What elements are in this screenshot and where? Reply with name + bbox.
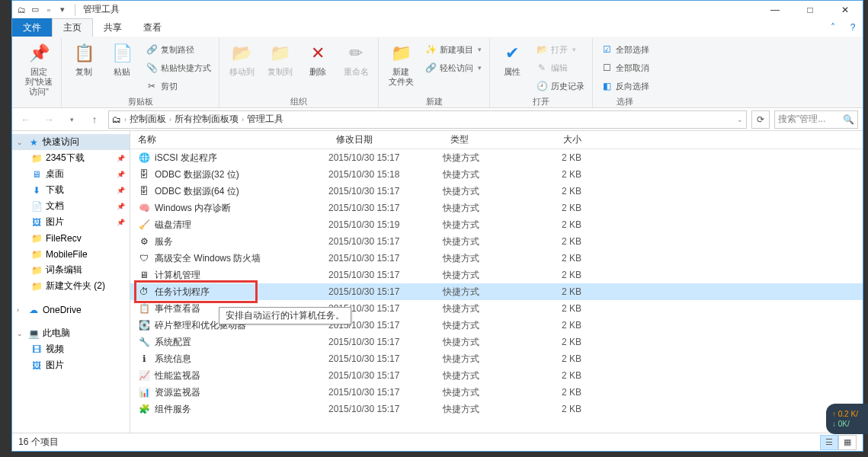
file-row[interactable]: 🗄ODBC 数据源(32 位)2015/10/30 15:18快捷方式2 KB bbox=[130, 166, 863, 183]
ribbon-collapse-icon[interactable]: ˄ bbox=[823, 18, 843, 37]
qat-properties-icon[interactable]: ▭ bbox=[29, 4, 41, 16]
copyto-button[interactable]: 📁复制到 bbox=[262, 38, 297, 77]
file-row[interactable]: 🖥计算机管理2015/10/30 15:17快捷方式2 KB bbox=[130, 267, 863, 283]
history-button[interactable]: 🕘历史记录 bbox=[533, 78, 588, 94]
file-row[interactable]: ⏱任务计划程序2015/10/30 15:17快捷方式2 KB bbox=[130, 283, 863, 300]
pasteshortcut-button[interactable]: 📎粘贴快捷方式 bbox=[143, 59, 214, 76]
nav-sidebar[interactable]: ⌄ ★ 快速访问 📁2345下载📌🖥桌面📌⬇下载📌📄文档📌🖼图片📌📁FileRe… bbox=[12, 131, 130, 433]
file-date: 2015/10/30 15:17 bbox=[328, 370, 443, 381]
invert-button[interactable]: ◧反向选择 bbox=[597, 78, 652, 94]
chevron-icon[interactable]: › bbox=[169, 116, 171, 123]
breadcrumb-box[interactable]: 🗂 › 控制面板 › 所有控制面板项 › 管理工具 ⌄ bbox=[108, 110, 747, 129]
sidebar-item[interactable]: 🎞视频 bbox=[12, 341, 130, 357]
expand-icon[interactable]: ⌄ bbox=[17, 139, 24, 146]
file-row[interactable]: ℹ系统信息2015/10/30 15:17快捷方式2 KB bbox=[130, 350, 863, 367]
chevron-icon[interactable]: › bbox=[124, 116, 127, 123]
view-details-button[interactable]: ☰ bbox=[820, 435, 838, 450]
expand-icon[interactable]: › bbox=[17, 306, 24, 314]
newitem-button[interactable]: ✨新建项目▾ bbox=[421, 41, 485, 58]
rename-button[interactable]: ✏重命名 bbox=[338, 38, 373, 77]
col-size[interactable]: 大小 bbox=[534, 133, 595, 146]
file-row[interactable]: 📈性能监视器2015/10/30 15:17快捷方式2 KB bbox=[130, 367, 863, 384]
up-button[interactable]: ↑ bbox=[85, 110, 104, 129]
minimize-button[interactable]: — bbox=[757, 1, 793, 18]
tab-home[interactable]: 主页 bbox=[52, 18, 93, 37]
file-name: Windows 内存诊断 bbox=[155, 202, 231, 215]
moveto-button[interactable]: 📂移动到 bbox=[224, 38, 259, 77]
file-row[interactable]: 🔧系统配置2015/10/30 15:17快捷方式2 KB bbox=[130, 334, 863, 350]
back-button[interactable]: ← bbox=[17, 110, 35, 129]
sidebar-item[interactable]: 📄文档📌 bbox=[12, 198, 130, 214]
maximize-button[interactable]: □ bbox=[793, 1, 828, 18]
copy-button[interactable]: 📋 复制 bbox=[66, 38, 101, 77]
sidebar-item[interactable]: 🖥桌面📌 bbox=[12, 166, 130, 182]
col-name[interactable]: 名称 bbox=[130, 133, 328, 146]
file-row[interactable]: 🧠Windows 内存诊断2015/10/30 15:17快捷方式2 KB bbox=[130, 200, 863, 216]
forward-button[interactable]: → bbox=[40, 110, 58, 129]
open-button[interactable]: 📂打开▾ bbox=[533, 41, 588, 58]
open-icon: 📂 bbox=[536, 43, 548, 56]
file-row[interactable]: 🧩组件服务2015/10/30 15:17快捷方式2 KB bbox=[130, 401, 863, 417]
file-date: 2015/10/30 15:17 bbox=[328, 203, 443, 213]
selectall-button[interactable]: ☑全部选择 bbox=[597, 41, 652, 58]
sidebar-thispc[interactable]: ⌄ 💻 此电脑 bbox=[12, 325, 130, 341]
sidebar-item[interactable]: 📁FileRecv bbox=[12, 230, 130, 246]
crumb-0[interactable]: 控制面板 bbox=[130, 113, 166, 126]
easyaccess-button[interactable]: 🔗轻松访问▾ bbox=[421, 59, 485, 76]
col-date[interactable]: 修改日期 bbox=[328, 133, 443, 146]
file-size: 2 KB bbox=[534, 337, 595, 347]
file-row[interactable]: 🛡高级安全 Windows 防火墙2015/10/30 15:17快捷方式2 K… bbox=[130, 250, 863, 267]
file-list[interactable]: 🌐iSCSI 发起程序2015/10/30 15:17快捷方式2 KB🗄ODBC… bbox=[130, 149, 863, 433]
sidebar-item[interactable]: 📁新建文件夹 (2) bbox=[12, 278, 130, 294]
sidebar-item[interactable]: 🖼图片📌 bbox=[12, 214, 130, 230]
delete-button[interactable]: ✕删除 bbox=[300, 38, 335, 77]
help-icon[interactable]: ? bbox=[843, 18, 863, 37]
folder-icon: 🖥 bbox=[30, 168, 43, 181]
sidebar-item[interactable]: 📁MobileFile bbox=[12, 246, 130, 262]
sidebar-item[interactable]: 🖼图片 bbox=[12, 357, 130, 373]
pin-indicator-icon: 📌 bbox=[117, 219, 125, 226]
newfolder-button[interactable]: 📁新建 文件夹 bbox=[383, 38, 418, 87]
file-size: 2 KB bbox=[534, 370, 595, 381]
search-input[interactable]: 搜索"管理... 🔍 bbox=[774, 110, 858, 129]
sidebar-item[interactable]: 📁词条编辑 bbox=[12, 262, 130, 278]
sidebar-item[interactable]: ⬇下载📌 bbox=[12, 182, 130, 198]
window-controls: — □ ✕ bbox=[757, 1, 863, 18]
close-button[interactable]: ✕ bbox=[828, 1, 863, 18]
edit-button[interactable]: ✎编辑 bbox=[533, 59, 588, 76]
file-row[interactable]: 📊资源监视器2015/10/30 15:17快捷方式2 KB bbox=[130, 384, 863, 401]
pin-quickaccess-button[interactable]: 📌 固定到"快速访问" bbox=[21, 38, 56, 97]
expand-icon[interactable]: ⌄ bbox=[17, 330, 24, 337]
file-row[interactable]: 🗄ODBC 数据源(64 位)2015/10/30 15:17快捷方式2 KB bbox=[130, 183, 863, 200]
chevron-icon[interactable]: › bbox=[242, 116, 244, 123]
sidebar-onedrive[interactable]: › ☁ OneDrive bbox=[12, 302, 130, 318]
paste-button[interactable]: 📄 粘贴 bbox=[104, 38, 139, 77]
file-type: 快捷方式 bbox=[443, 302, 534, 315]
view-icons-button[interactable]: ▦ bbox=[838, 435, 857, 450]
app-icon: 🗂 bbox=[15, 4, 27, 16]
sidebar-item[interactable]: 📁2345下载📌 bbox=[12, 150, 130, 166]
recent-dropdown[interactable]: ▾ bbox=[62, 110, 81, 129]
tab-share[interactable]: 共享 bbox=[93, 18, 133, 37]
col-type[interactable]: 类型 bbox=[443, 133, 534, 146]
cut-button[interactable]: ✂剪切 bbox=[143, 78, 214, 94]
properties-button[interactable]: ✔属性 bbox=[495, 38, 530, 77]
file-type: 快捷方式 bbox=[443, 403, 534, 416]
crumb-2[interactable]: 管理工具 bbox=[247, 113, 283, 126]
copypath-button[interactable]: 🔗复制路径 bbox=[143, 41, 214, 58]
file-date: 2015/10/30 15:17 bbox=[328, 286, 443, 297]
refresh-button[interactable]: ⟳ bbox=[751, 110, 770, 129]
tab-file[interactable]: 文件 bbox=[12, 18, 52, 37]
crumb-1[interactable]: 所有控制面板项 bbox=[175, 113, 239, 126]
qat-dropdown-icon[interactable]: ▾ bbox=[56, 4, 69, 16]
file-row[interactable]: ⚙服务2015/10/30 15:17快捷方式2 KB bbox=[130, 233, 863, 250]
file-row[interactable]: 🌐iSCSI 发起程序2015/10/30 15:17快捷方式2 KB bbox=[130, 149, 863, 166]
addr-dropdown-icon[interactable]: ⌄ bbox=[737, 116, 743, 123]
file-icon: 🗄 bbox=[138, 185, 150, 197]
sidebar-quickaccess[interactable]: ⌄ ★ 快速访问 bbox=[12, 134, 130, 150]
copypath-icon: 🔗 bbox=[146, 43, 158, 56]
selectnone-button[interactable]: ☐全部取消 bbox=[597, 59, 652, 76]
qat-newfolder-icon[interactable]: ▫ bbox=[43, 4, 55, 16]
file-row[interactable]: 🧹磁盘清理2015/10/30 15:19快捷方式2 KB bbox=[130, 216, 863, 233]
tab-view[interactable]: 查看 bbox=[133, 18, 172, 37]
